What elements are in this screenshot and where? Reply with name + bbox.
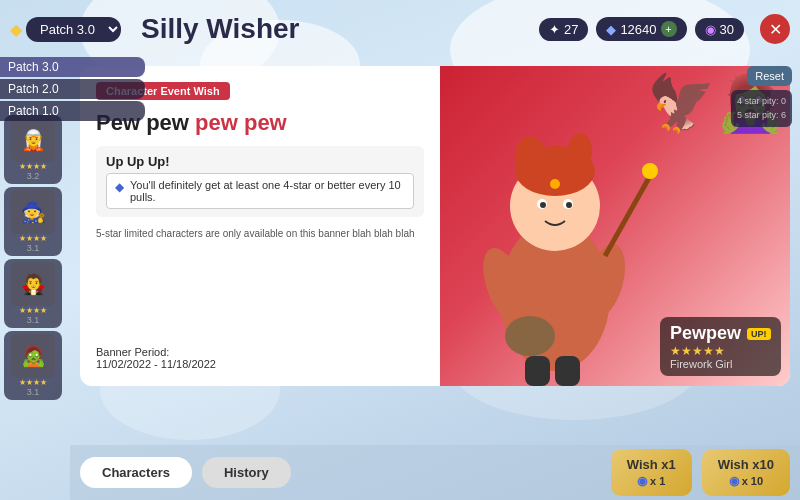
- wish-x1-button[interactable]: Wish x1 ◉ x 1: [611, 449, 692, 496]
- tab-characters[interactable]: Characters: [80, 457, 192, 488]
- currency2-icon: ◆: [606, 22, 616, 37]
- guarantee-diamond-icon: ◆: [115, 180, 124, 194]
- guarantee-title: Up Up Up!: [106, 154, 414, 169]
- wish-x1-cost: ◉ x 1: [637, 474, 665, 488]
- svg-point-4: [568, 133, 592, 169]
- char-stars-0: ★★★★: [19, 162, 47, 171]
- gem-icon-1: ◉: [637, 474, 647, 488]
- char-stars: ★★★★★: [670, 344, 771, 358]
- currency2-pill: ◆ 12640 +: [596, 17, 686, 41]
- svg-point-7: [540, 202, 546, 208]
- page-title: Silly Wisher: [141, 13, 539, 45]
- patch-selector[interactable]: Patch 3.0 Patch 2.0 Patch 1.0: [26, 17, 121, 42]
- wish-x10-cost: ◉ x 10: [729, 474, 763, 488]
- svg-point-8: [566, 202, 572, 208]
- banner-period: Banner Period: 11/02/2022 - 11/18/2022: [96, 346, 424, 370]
- svg-point-14: [642, 163, 658, 179]
- svg-rect-11: [525, 356, 550, 386]
- wish-x10-label: Wish x10: [718, 457, 774, 472]
- char-avatar-3: 🧟: [11, 334, 55, 378]
- svg-point-15: [505, 316, 555, 356]
- currency2-amount: 12640: [620, 22, 656, 37]
- period-label: Banner Period:: [96, 346, 169, 358]
- char-version-2: 3.1: [27, 315, 40, 325]
- patch-list: Patch 3.0 Patch 2.0 Patch 1.0: [0, 55, 145, 125]
- char-name-plate: Pewpew UP! ★★★★★ Firework Girl: [660, 317, 781, 376]
- reset-button[interactable]: Reset: [747, 66, 792, 86]
- main-char-svg: [450, 96, 660, 386]
- currency3-pill: ◉ 30: [695, 18, 744, 41]
- bottom-bar: Characters History Wish x1 ◉ x 1 Wish x1…: [70, 445, 800, 500]
- pity-5star: 5 star pity: 6: [737, 108, 786, 122]
- char-stars-2: ★★★★: [19, 306, 47, 315]
- char-type: Firework Girl: [670, 358, 771, 370]
- char-avatar-1: 🧙: [11, 190, 55, 234]
- pity-4star: 4 star pity: 0: [737, 94, 786, 108]
- patch-item-1[interactable]: Patch 2.0: [0, 79, 145, 99]
- char-sidebar-item-1[interactable]: 🧙 ★★★★ 3.1: [4, 187, 62, 256]
- patch-item-2[interactable]: Patch 1.0: [0, 101, 145, 121]
- patch-item-0[interactable]: Patch 3.0: [0, 57, 145, 77]
- diamond-icon: ◆: [10, 20, 22, 39]
- banner-card: Character Event Wish Pew pew pew pew Up …: [80, 66, 790, 386]
- pity-info: 4 star pity: 0 5 star pity: 6: [731, 90, 792, 127]
- svg-point-16: [550, 179, 560, 189]
- main-content: Character Event Wish Pew pew pew pew Up …: [70, 58, 800, 445]
- resource-bar: ✦ 27 ◆ 12640 + ◉ 30 ✕: [539, 14, 790, 44]
- guarantee-section: Up Up Up! ◆ You'll definitely get at lea…: [96, 146, 424, 217]
- tab-history[interactable]: History: [202, 457, 291, 488]
- char-sidebar-item-0[interactable]: 🧝 ★★★★ 3.2: [4, 115, 62, 184]
- currency3-amount: 30: [720, 22, 734, 37]
- up-badge: UP!: [747, 328, 771, 340]
- right-sidebar: Reset 4 star pity: 0 5 star pity: 6: [720, 58, 800, 135]
- char-sidebar-item-3[interactable]: 🧟 ★★★★ 3.1: [4, 331, 62, 400]
- banner-title: Pew pew pew pew: [96, 110, 424, 136]
- guarantee-description: You'll definitely get at least one 4-sta…: [130, 179, 405, 203]
- currency1-pill: ✦ 27: [539, 18, 588, 41]
- char-name: Pewpew UP!: [670, 323, 771, 344]
- wish-x10-button[interactable]: Wish x10 ◉ x 10: [702, 449, 790, 496]
- period-dates: 11/02/2022 - 11/18/2022: [96, 358, 216, 370]
- currency1-icon: ✦: [549, 22, 560, 37]
- svg-line-13: [605, 176, 650, 256]
- currency3-icon: ◉: [705, 22, 716, 37]
- char-stars-1: ★★★★: [19, 234, 47, 243]
- svg-point-3: [515, 136, 545, 176]
- wish-x1-label: Wish x1: [627, 457, 676, 472]
- char-avatar-2: 🧛: [11, 262, 55, 306]
- char-stars-3: ★★★★: [19, 378, 47, 387]
- banner-title-part2: pew pew: [195, 110, 287, 135]
- svg-rect-12: [555, 356, 580, 386]
- char-sidebar-item-2[interactable]: 🧛 ★★★★ 3.1: [4, 259, 62, 328]
- char-version-0: 3.2: [27, 171, 40, 181]
- gem-icon-10: ◉: [729, 474, 739, 488]
- currency1-amount: 27: [564, 22, 578, 37]
- currency2-add-button[interactable]: +: [661, 21, 677, 37]
- char-version-1: 3.1: [27, 243, 40, 253]
- char-version-3: 3.1: [27, 387, 40, 397]
- header: ◆ Patch 3.0 Patch 2.0 Patch 1.0 Silly Wi…: [0, 0, 800, 58]
- banner-disclaimer: 5-star limited characters are only avail…: [96, 227, 424, 241]
- guarantee-text: ◆ You'll definitely get at least one 4-s…: [106, 173, 414, 209]
- close-button[interactable]: ✕: [760, 14, 790, 44]
